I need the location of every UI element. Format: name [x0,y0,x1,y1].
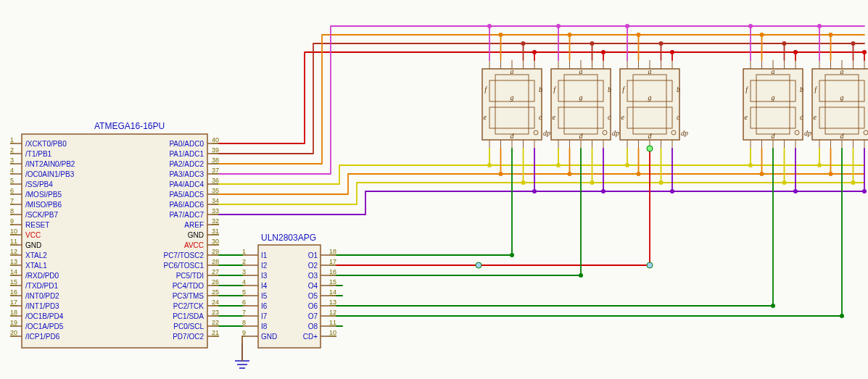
pin-name: O7 [308,312,318,320]
pin-num: 13 [329,299,336,306]
pin-name: /SS/PB4 [25,180,53,188]
pin-name: PC2/TCK [173,302,204,310]
junction-dot [829,172,833,176]
junction-dot [782,180,787,185]
junction-dot [590,180,595,185]
pin-name: /INT0/PD2 [25,292,59,300]
junction-dot [817,24,822,28]
junction-dot [590,41,595,46]
junction-dot [782,41,787,46]
svg-text:g: g [511,93,514,101]
pin-name: XTAL1 [25,262,47,270]
svg-text:e: e [621,113,625,121]
pin-num: 18 [10,309,17,316]
svg-text:g: g [648,93,652,101]
svg-text:g: g [840,93,844,101]
pin-name: /OC0AIN1/PB3 [25,170,75,178]
pin-name: PC7/TOSC2 [164,251,204,259]
pin-name: /INT1/PD3 [25,302,59,310]
pin-name: PC1/SDA [173,312,204,320]
junction-dot [510,253,514,257]
pin-num: 26 [212,278,219,286]
junction-dot [670,189,674,193]
pin-name: /OC1A/PD5 [25,322,64,330]
svg-text:dp: dp [681,129,688,137]
mcu-block: ATMEGA16-16PU 1/XCKT0/PB02/T1/PB13/INT2A… [10,121,219,348]
pin-name: GND [25,241,41,249]
pin-num: 17 [10,299,17,306]
pin-name: GND [261,333,277,341]
pin-name: PA6/ADC6 [169,201,204,209]
pin-name: RESET [25,221,49,229]
pin-num: 1 [10,136,14,143]
pin-name: I7 [261,312,268,320]
svg-text:dp: dp [612,129,619,137]
uln-title: ULN2803APG [261,233,316,243]
junction-dot [851,180,856,185]
pin-name: GND [188,231,204,239]
pin-num: 6 [242,299,246,306]
seven-segment-display: abcdefgdp [812,60,868,149]
pin-num: 16 [329,268,336,275]
pin-num: 30 [212,238,219,245]
wire [336,149,512,255]
pin-name: O2 [308,262,318,270]
pin-num: 5 [242,288,246,296]
junction-dot [487,24,492,28]
pin-name: /INT2AIN0/PB2 [25,160,75,168]
pin-num: 24 [212,299,219,306]
svg-text:g: g [772,93,775,101]
junction-dot [487,163,492,167]
pin-num: 21 [212,329,219,336]
junction-dot [637,33,641,37]
pin-num: 2 [10,146,14,154]
pin-num: 14 [329,288,336,296]
pin-num: 27 [212,268,219,275]
pin-num: 16 [10,288,17,296]
svg-text:c: c [539,113,542,121]
pin-name: PA2/ADC2 [169,160,204,168]
pin-num: 19 [10,319,17,326]
pin-name: PC0/SCL [173,322,204,330]
pin-name: PA4/ADC4 [169,180,204,188]
seven-segment-display: abcdefgdp [482,60,550,149]
pin-num: 31 [212,228,219,235]
pin-num: 18 [329,248,336,255]
pin-num: 38 [212,157,219,164]
junction-dot [521,180,526,185]
junction-dot [521,41,526,46]
pin-name: VCC [25,231,41,239]
junction-dot [601,189,605,193]
junction-dot [579,273,583,278]
junction-dot [659,180,664,185]
pin-num: 40 [212,136,219,143]
wire [219,165,864,184]
svg-text:b: b [539,86,542,93]
junction-dot [556,163,561,167]
junction-dot [556,24,561,28]
pin-num: 9 [242,329,246,336]
junction-dot [637,172,641,176]
junction-dot [499,33,503,37]
pin-name: PC4/TDO [173,282,204,290]
seven-segment-display: abcdefgdp [743,60,811,149]
pin-name: O8 [308,322,318,330]
pin-name: PA0/ADC0 [169,140,204,148]
junction-dot [568,33,572,37]
junction-dot [625,163,629,167]
junction-dot [748,163,753,167]
pin-name: O1 [308,251,318,259]
pin-num: 15 [10,278,17,286]
pin-num: 23 [212,309,219,316]
junction-dot [862,189,867,193]
pin-num: 34 [212,197,219,204]
pin-num: 13 [10,258,17,265]
pin-name: I5 [261,292,268,300]
pin-num: 12 [329,309,336,316]
svg-text:e: e [745,113,748,121]
pin-name: AVCC [184,241,204,249]
mcu-title: ATMEGA16-16PU [94,121,165,131]
pin-num: 12 [10,248,17,255]
pin-name: O4 [308,282,318,290]
junction-dot [793,189,798,193]
